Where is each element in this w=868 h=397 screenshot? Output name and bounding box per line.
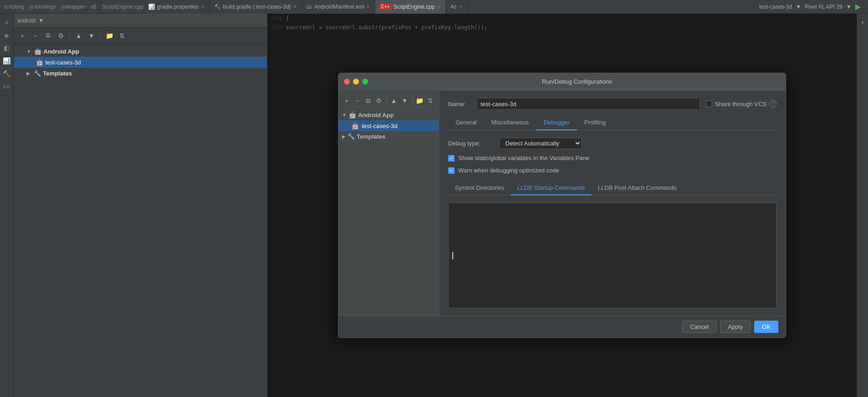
left-sidebar: ≡ ◈ ◧ 📊 🔨 Ext <box>0 14 14 397</box>
share-label: Share through VCS <box>715 101 766 107</box>
maximize-button[interactable] <box>362 79 368 85</box>
breadcrumb-v8[interactable]: v8 <box>91 4 96 10</box>
config-remove-btn[interactable]: − <box>353 96 362 105</box>
device-dropdown-icon[interactable]: ▼ <box>38 17 44 24</box>
config-add-btn[interactable]: + <box>342 96 351 105</box>
checkbox-warn-optimized: ✓ Warn when debugging optimized code <box>448 167 777 174</box>
tab-debugger[interactable]: Debugger <box>536 115 577 130</box>
right-icon-1[interactable]: ⬆ <box>857 17 868 27</box>
tab-close-icon[interactable]: ✕ <box>201 4 204 9</box>
checkbox-static-vars-input[interactable]: ✓ <box>448 155 455 161</box>
breadcrumb-jswrapper[interactable]: jswrapper <box>61 4 85 10</box>
debug-type-label: Debug type: <box>448 140 494 147</box>
tab-gradle-properties[interactable]: 📊 gradle.properties ✕ <box>144 0 209 14</box>
config-folder-btn[interactable]: 📁 <box>415 96 424 105</box>
move-down-button[interactable]: ▼ <box>86 31 96 41</box>
section-label: Android App <box>358 112 394 118</box>
cancel-button[interactable]: Cancel <box>682 321 716 333</box>
main-tabs: General Miscellaneous Debugger Profiling <box>448 115 777 130</box>
config-content: Name: Share through VCS ? General <box>439 91 786 316</box>
config-section-templates[interactable]: ▶ 🔧 Templates <box>338 131 439 142</box>
tab-icon: 🗂 <box>306 4 312 10</box>
breadcrumb-jsbindings[interactable]: js-bindings <box>30 4 56 10</box>
ok-button[interactable]: OK <box>754 321 778 333</box>
tab-profiling[interactable]: Profiling <box>577 115 613 130</box>
breadcrumb-file[interactable]: ScriptEngine.cpp <box>102 4 144 10</box>
settings-button[interactable]: ⚙ <box>56 31 66 41</box>
debug-type-row: Debug type: Detect Automatically <box>448 138 777 149</box>
section-templates-label: Templates <box>357 133 386 140</box>
folder-button[interactable]: 📁 <box>104 31 114 41</box>
sub-tab-lldb-startup[interactable]: LLDB Startup Commands <box>511 181 591 195</box>
section-arrow: ▼ <box>342 113 347 118</box>
config-copy-btn[interactable]: ⧉ <box>364 96 373 105</box>
tab-close-icon[interactable]: ✕ <box>437 4 441 9</box>
minus-button[interactable]: − <box>30 31 40 41</box>
minimize-button[interactable] <box>353 79 359 85</box>
tab-close-icon[interactable]: ✕ <box>459 4 463 9</box>
sidebar-icon-5[interactable]: 🔨 <box>2 69 12 79</box>
config-section-android-app[interactable]: ▼ 🤖 Android App <box>338 109 439 120</box>
project-toolbar: + − ⧉ ⚙ ▲ ▼ 📁 ⇅ <box>14 27 267 44</box>
config-settings-btn[interactable]: ⚙ <box>375 96 384 105</box>
tab-scriptengine[interactable]: C++ ScriptEngine.cpp ✕ <box>375 0 446 14</box>
config-down-btn[interactable]: ▼ <box>400 96 409 105</box>
sidebar-icon-4[interactable]: 📊 <box>2 56 12 66</box>
section-arrow-right: ▶ <box>342 134 346 139</box>
tab-android-manifest[interactable]: 🗂 AndroidManifest.xml ✕ <box>302 0 375 14</box>
dialog-body: + − ⧉ ⚙ ▲ ▼ 📁 ⇅ ▼ <box>338 91 786 316</box>
top-right-controls: test-cases-3d ▼ Pixel XL API 29 ▼ ▶ <box>759 2 864 11</box>
config-item-test-cases[interactable]: 🤖 test-cases-3d <box>338 120 439 131</box>
sub-tab-lldb-post-attach[interactable]: LLDB Post Attach Commands <box>591 181 683 195</box>
top-breadcrumb-bar: scripting › js-bindings › jswrapper › v8… <box>0 0 868 14</box>
sub-tab-symbol-dirs[interactable]: Symbol Directories <box>448 181 511 195</box>
close-button[interactable] <box>344 79 350 85</box>
share-checkbox[interactable] <box>706 101 712 107</box>
project-tree: ▼ 🤖 Android App 🤖 test-cases-3d ▶ 🔧 Temp… <box>14 44 267 397</box>
tab-ac[interactable]: Ac ✕ <box>446 0 468 14</box>
config-list-toolbar: + − ⧉ ⚙ ▲ ▼ 📁 ⇅ <box>338 94 439 107</box>
apply-button[interactable]: Apply <box>720 321 751 333</box>
tab-miscellaneous[interactable]: Miscellaneous <box>484 115 536 130</box>
tree-item-android-app[interactable]: ▼ 🤖 Android App <box>14 46 267 57</box>
sidebar-icon-1[interactable]: ≡ <box>2 17 12 27</box>
checkbox-warn-optimized-input[interactable]: ✓ <box>448 167 455 174</box>
tab-build-gradle[interactable]: 🔨 build.gradle (:test-cases-3d) ✕ <box>209 0 302 14</box>
project-panel: android ▼ + − ⧉ ⚙ ▲ ▼ 📁 ⇅ ▼ 🤖 Android Ap… <box>14 14 268 397</box>
tab-close-icon[interactable]: ✕ <box>366 4 370 9</box>
config-sort-btn[interactable]: ⇅ <box>426 96 435 105</box>
sort-button[interactable]: ⇅ <box>117 31 127 41</box>
tree-item-test-cases[interactable]: 🤖 test-cases-3d <box>14 57 267 68</box>
config-item-android-icon: 🤖 <box>351 122 359 129</box>
dialog-title: Run/Debug Configurations <box>374 78 780 85</box>
tab-close-icon[interactable]: ✕ <box>293 4 297 9</box>
help-icon[interactable]: ? <box>769 100 777 107</box>
section-android-icon: 🤖 <box>348 111 356 118</box>
tab-icon: 📊 <box>148 4 155 10</box>
main-layout: ≡ ◈ ◧ 📊 🔨 Ext android ▼ + − ⧉ ⚙ ▲ ▼ 📁 ⇅ <box>0 14 868 397</box>
section-wrench-icon: 🔧 <box>348 133 355 140</box>
tab-icon: C++ <box>380 4 391 10</box>
pixel-indicator[interactable]: Pixel XL API 29 <box>805 4 842 10</box>
dialog-overlay: Run/Debug Configurations + − ⧉ ⚙ ▲ ▼ <box>268 14 857 397</box>
copy-button[interactable]: ⧉ <box>43 31 53 41</box>
debug-type-select[interactable]: Detect Automatically <box>499 138 582 149</box>
breadcrumb-scripting[interactable]: scripting <box>4 4 24 10</box>
tab-general[interactable]: General <box>448 115 484 130</box>
wrench-icon: 🔧 <box>34 70 41 77</box>
sidebar-icon-ext[interactable]: Ext <box>2 81 12 91</box>
sidebar-icon-2[interactable]: ◈ <box>2 30 12 40</box>
tree-item-templates[interactable]: ▶ 🔧 Templates <box>14 68 267 79</box>
name-input[interactable] <box>477 98 700 110</box>
tree-label-android-app: Android App <box>43 48 79 55</box>
device-indicator[interactable]: test-cases-3d <box>759 4 792 10</box>
run-icon[interactable]: ▶ <box>855 2 861 11</box>
lldb-commands-panel[interactable] <box>448 203 777 308</box>
sidebar-icon-3[interactable]: ◧ <box>2 43 12 53</box>
config-up-btn[interactable]: ▲ <box>389 96 398 105</box>
add-button[interactable]: + <box>17 31 27 41</box>
sub-tabs: Symbol Directories LLDB Startup Commands… <box>448 181 777 195</box>
device-selector: android ▼ <box>14 14 267 27</box>
tab-icon: 🔨 <box>214 4 221 10</box>
move-up-button[interactable]: ▲ <box>74 31 84 41</box>
